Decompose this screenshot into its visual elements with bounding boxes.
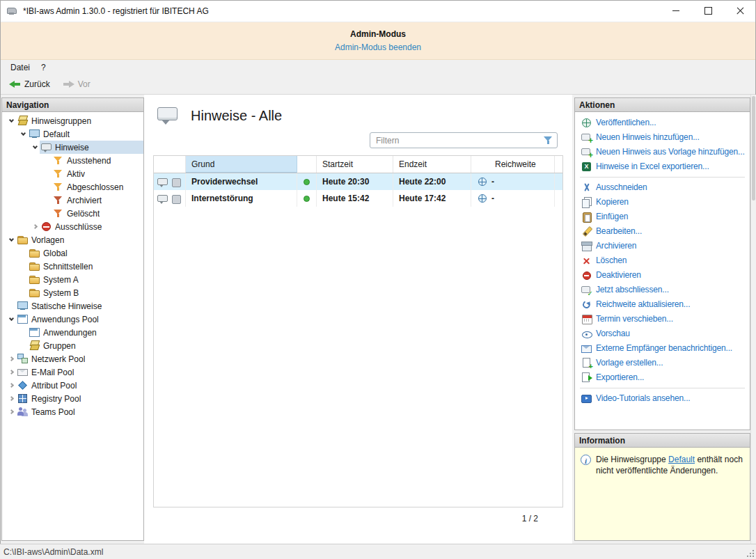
funnel-icon (53, 208, 63, 219)
action-exportieren[interactable]: Exportieren... (575, 370, 750, 385)
tree-item-aktiv[interactable]: Aktiv (2, 167, 143, 180)
collapse-icon[interactable] (18, 129, 28, 139)
display-icon (171, 177, 182, 187)
tree-item-system-a[interactable]: System A (2, 273, 143, 286)
tree-item-system-b[interactable]: System B (2, 286, 143, 299)
tree-item-anwendungs-pool[interactable]: Anwendungs Pool (2, 313, 143, 326)
tree-item-gruppen[interactable]: Gruppen (2, 339, 143, 352)
action-jetzt-abschliessen[interactable]: Jetzt abschliessen... (575, 283, 750, 297)
tree-item-vorlagen[interactable]: Vorlagen (2, 233, 143, 246)
maximize-button[interactable] (692, 0, 724, 22)
action-hinweise-in-excel-exportieren[interactable]: Hinweise in Excel exportieren... (575, 159, 750, 174)
filter-input[interactable] (370, 136, 543, 145)
tree-item-label: Registry Pool (31, 394, 81, 404)
expand-icon[interactable] (6, 381, 16, 391)
information-header: Information (575, 434, 750, 448)
action-termin-verschieben[interactable]: Termin verschieben... (575, 312, 750, 326)
edit-icon (581, 226, 592, 237)
action-veröffentlichen[interactable]: Veröffentlichen... (575, 116, 750, 130)
forward-button[interactable]: Vor (58, 77, 95, 91)
tree-item-label: Statische Hinweise (31, 301, 102, 311)
tree-item-attribut-pool[interactable]: Attribut Pool (2, 379, 143, 392)
default-group-link[interactable]: Default (668, 455, 695, 464)
tree-item-abgeschlossen[interactable]: Abgeschlossen (2, 180, 143, 194)
tree-item-ausschlüsse[interactable]: Ausschlüsse (2, 220, 143, 233)
toolbar: Zurück Vor (0, 74, 756, 95)
close-button[interactable] (724, 0, 756, 22)
action-neuen-hinweis-hinzufügen[interactable]: Neuen Hinweis hinzufügen... (575, 130, 750, 145)
action-externe-empfänger-benachrichtigen[interactable]: Externe Empfänger benachrichtigen... (575, 341, 750, 356)
action-einfügen[interactable]: Einfügen (575, 210, 750, 224)
tree-item-netzwerk-pool[interactable]: Netzwerk Pool (2, 352, 143, 365)
expand-icon[interactable] (30, 222, 40, 232)
table-row-providerwechsel[interactable]: ProviderwechselHeute 20:30Heute 22:00- (154, 173, 562, 190)
action-reichweite-aktualisieren[interactable]: Reichweite aktualisieren... (575, 297, 750, 312)
action-video-tutorials-ansehen[interactable]: Video-Tutorials ansehen... (575, 391, 750, 406)
tree-item-label: Anwendungs Pool (31, 315, 99, 324)
action-archivieren[interactable]: Archivieren (575, 239, 750, 253)
menubar: Datei? (0, 60, 756, 74)
expander-spacer (18, 328, 28, 338)
menu-item-datei[interactable]: Datei (5, 61, 36, 74)
navigation-header: Navigation (2, 98, 143, 112)
collapse-icon[interactable] (30, 143, 40, 152)
tree-item-registry-pool[interactable]: Registry Pool (2, 392, 143, 405)
action-deaktivieren[interactable]: Deaktivieren (575, 268, 750, 283)
action-vorschau[interactable]: Vorschau (575, 326, 750, 341)
tree-item-hinweisgruppen[interactable]: Hinweisgruppen (2, 114, 143, 127)
collapse-icon[interactable] (6, 235, 16, 245)
resize-grip-icon[interactable] (746, 549, 755, 558)
filter-funnel-icon[interactable] (543, 135, 553, 145)
cell-filler (555, 173, 562, 190)
folder-icon (29, 248, 40, 258)
collapse-icon[interactable] (6, 315, 16, 324)
add-from-template-icon (581, 147, 592, 157)
tree-item-e-mail-pool[interactable]: E-Mail Pool (2, 365, 143, 379)
action-ausschneiden[interactable]: Ausschneiden (575, 180, 750, 195)
action-neuen-hinweis-aus-vorlage-hinzufügen[interactable]: Neuen Hinweis aus Vorlage hinzufügen... (575, 145, 750, 159)
admin-mode-end-link[interactable]: Admin-Modus beenden (335, 42, 421, 52)
action-löschen[interactable]: Löschen (575, 253, 750, 268)
tree-item-statische-hinweise[interactable]: Statische Hinweise (2, 299, 143, 313)
tree-item-archiviert[interactable]: Archiviert (2, 194, 143, 207)
funnel-icon (53, 182, 63, 192)
column-header-reichweite[interactable]: Reichweite (471, 156, 555, 173)
divider (580, 388, 745, 388)
action-vorlage-erstellen[interactable]: Vorlage erstellen... (575, 356, 750, 370)
column-header-endzeit[interactable]: Endzeit (393, 156, 471, 173)
tree-item-default[interactable]: Default (2, 127, 143, 141)
scrollbar-thumb[interactable] (752, 96, 755, 200)
tree-item-teams-pool[interactable]: Teams Pool (2, 405, 143, 418)
expand-icon[interactable] (6, 368, 16, 377)
menu-item-hilfe[interactable]: ? (36, 61, 52, 74)
minimize-button[interactable] (660, 0, 692, 22)
navigation-panel: Navigation HinweisgruppenDefaultHinweise… (1, 97, 144, 541)
action-bearbeiten[interactable]: Bearbeiten... (575, 224, 750, 239)
tree-item-anwendungen[interactable]: Anwendungen (2, 326, 143, 339)
column-header-grund[interactable]: Grund (186, 156, 297, 173)
expander-spacer (18, 275, 28, 285)
tree-item-gelöscht[interactable]: Gelöscht (2, 207, 143, 220)
info-icon (581, 455, 591, 465)
expand-icon[interactable] (6, 407, 16, 417)
expand-icon[interactable] (6, 354, 16, 364)
mail-icon (17, 367, 28, 377)
expander-spacer (6, 301, 16, 311)
back-button[interactable]: Zurück (4, 77, 55, 91)
action-kopieren[interactable]: Kopieren (575, 195, 750, 210)
cell-startzeit: Heute 20:30 (317, 173, 393, 190)
tree-item-schnittstellen[interactable]: Schnittstellen (2, 260, 143, 273)
notices-table: GrundStartzeitEndzeitReichweite Provider… (153, 155, 563, 507)
column-header-status[interactable] (297, 156, 317, 173)
vertical-scrollbar[interactable] (750, 95, 756, 544)
expand-icon[interactable] (6, 394, 16, 404)
actions-panel: Aktionen Veröffentlichen...Neuen Hinweis… (574, 97, 750, 430)
pager: 1 / 2 (153, 507, 563, 523)
tree-item-hinweise[interactable]: Hinweise (2, 141, 143, 154)
collapse-icon[interactable] (6, 116, 16, 126)
tree-item-global[interactable]: Global (2, 246, 143, 260)
divider (580, 177, 745, 178)
tree-item-ausstehend[interactable]: Ausstehend (2, 154, 143, 167)
table-row-internetstörung[interactable]: InternetstörungHeute 15:42Heute 17:42- (154, 190, 562, 207)
column-header-startzeit[interactable]: Startzeit (317, 156, 393, 173)
